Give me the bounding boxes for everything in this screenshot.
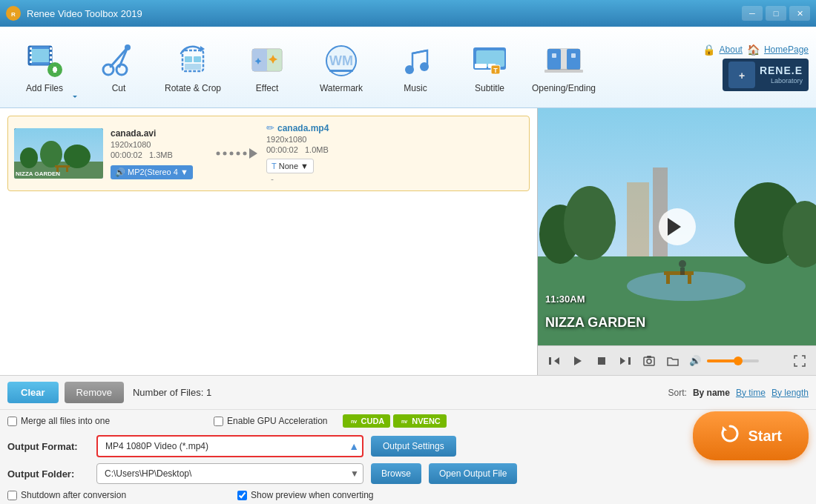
svg-rect-9 <box>30 61 32 63</box>
svg-rect-8 <box>30 56 32 59</box>
svg-rect-44 <box>567 49 580 70</box>
opening-ending-button[interactable]: Opening/Ending <box>527 30 601 105</box>
svg-point-64 <box>243 152 247 156</box>
arrow-separator <box>214 142 259 165</box>
about-link[interactable]: About <box>720 44 743 55</box>
app-title: Renee Video Toolbox 2019 <box>27 8 742 19</box>
add-files-label: Add Files <box>26 83 63 93</box>
home-icon: 🏠 <box>747 44 760 56</box>
stop-button[interactable] <box>591 351 612 371</box>
bottom-row5: Shutdown after conversion Show preview w… <box>0 487 816 504</box>
subtitle-button[interactable]: T Subtitle <box>453 30 527 105</box>
audio-track-select[interactable]: 🔊 MP2(Stereo 4 ▼ <box>111 165 193 179</box>
output-edit-icon: ✏ <box>266 122 274 133</box>
fullscreen-button[interactable] <box>789 351 810 371</box>
show-preview-label: Show preview when converting <box>251 490 373 500</box>
output-settings-button[interactable]: Output Settings <box>371 436 456 457</box>
cut-button[interactable]: Cut <box>82 30 156 105</box>
homepage-link[interactable]: HomePage <box>764 44 809 55</box>
window-controls: ─ □ ✕ <box>742 6 810 21</box>
effect-button[interactable]: Effect <box>230 30 304 105</box>
close-button[interactable]: ✕ <box>789 6 810 21</box>
svg-line-35 <box>412 50 427 53</box>
title-bar: R Renee Video Toolbox 2019 ─ □ ✕ <box>0 0 816 27</box>
svg-point-54 <box>20 147 38 168</box>
opening-ending-label: Opening/Ending <box>532 83 596 93</box>
preview-play-button[interactable] <box>659 208 696 245</box>
show-preview-checkbox[interactable] <box>237 491 247 500</box>
svg-marker-93 <box>723 426 727 431</box>
show-preview-checkbox-label[interactable]: Show preview when converting <box>237 490 373 500</box>
gpu-accel-label: Enable GPU Acceleration <box>227 416 327 426</box>
input-duration-size: 00:00:02 1.3MB <box>111 150 207 159</box>
open-output-button[interactable]: Open Output File <box>429 463 517 484</box>
watermark-button[interactable]: WM Watermark <box>304 30 378 105</box>
subtitle-value: None <box>279 162 298 170</box>
rotate-crop-button[interactable]: Rotate & Crop <box>156 30 230 105</box>
svg-point-18 <box>116 64 127 75</box>
music-button[interactable]: Music <box>378 30 453 105</box>
svg-rect-45 <box>561 49 567 70</box>
browse-button[interactable]: Browse <box>371 463 421 484</box>
svg-rect-70 <box>627 182 649 256</box>
output-resolution: 1920x1080 <box>266 135 523 144</box>
preview-time-overlay: 11:30AM <box>545 294 585 305</box>
svg-text:nv: nv <box>350 419 356 424</box>
maximize-button[interactable]: □ <box>766 6 786 21</box>
gpu-accel-checkbox[interactable] <box>214 417 223 426</box>
sort-by-name-button[interactable]: By name <box>693 388 730 398</box>
audio-icon: 🔊 <box>115 168 125 177</box>
screenshot-button[interactable] <box>639 351 659 371</box>
add-files-dropdown-arrow <box>73 96 77 100</box>
svg-point-63 <box>237 152 240 156</box>
skip-forward-button[interactable] <box>615 351 636 371</box>
rene-logo-text: RENE.E Laboratory <box>760 64 803 86</box>
input-file-info: canada.avi 1920x1080 00:00:02 1.3MB 🔊 MP… <box>111 128 207 179</box>
subtitle-dropdown-arrow: ▼ <box>300 162 309 170</box>
svg-point-60 <box>217 152 220 156</box>
video-preview: 11:30AM NIZZA GARDEN <box>538 108 816 345</box>
svg-rect-13 <box>50 61 52 63</box>
minimize-button[interactable]: ─ <box>742 6 763 21</box>
input-resolution: 1920x1080 <box>111 140 207 149</box>
svg-point-21 <box>125 44 131 50</box>
subtitle-select-button[interactable]: T None ▼ <box>266 159 314 173</box>
sort-by-time-button[interactable]: By time <box>736 388 766 398</box>
clear-button[interactable]: Clear <box>7 382 59 403</box>
svg-rect-26 <box>185 64 201 70</box>
start-icon <box>720 423 740 448</box>
volume-slider[interactable] <box>707 359 759 362</box>
sort-by-length-button[interactable]: By length <box>771 388 809 398</box>
svg-marker-84 <box>620 357 625 365</box>
start-button[interactable]: Start <box>693 411 809 460</box>
thumb-overlay-text: NIZZA GARDEN <box>16 170 60 177</box>
svg-rect-83 <box>598 357 605 365</box>
file-thumbnail: NIZZA GARDEN <box>14 128 103 179</box>
output-format-select[interactable]: MP4 1080P Video (*.mp4) <box>96 435 363 457</box>
svg-rect-32 <box>329 70 353 72</box>
svg-point-56 <box>64 145 91 168</box>
gpu-accel-checkbox-label[interactable]: Enable GPU Acceleration <box>214 416 327 426</box>
music-icon <box>396 42 435 80</box>
svg-rect-12 <box>50 56 52 59</box>
svg-marker-80 <box>554 357 559 365</box>
remove-button[interactable]: Remove <box>65 382 124 403</box>
folder-button[interactable] <box>662 351 683 371</box>
bottom-row1: Clear Remove Number of Files: 1 Sort: By… <box>0 376 816 410</box>
add-files-button[interactable]: Add Files <box>7 30 82 105</box>
play-pause-button[interactable] <box>567 351 588 371</box>
about-icon: 🔒 <box>703 44 715 56</box>
shutdown-checkbox-label[interactable]: Shutdown after conversion <box>7 490 126 500</box>
shutdown-checkbox[interactable] <box>7 491 17 500</box>
preview-area: 11:30AM NIZZA GARDEN 🔊 <box>538 108 816 375</box>
toolbar: Add Files Cut Rotate <box>0 27 816 108</box>
svg-rect-6 <box>30 47 32 50</box>
merge-files-checkbox-label[interactable]: Merge all files into one <box>7 416 110 426</box>
effect-icon <box>248 42 286 80</box>
skip-back-button[interactable] <box>544 351 565 371</box>
output-folder-select[interactable]: C:\Users\HP\Desktop\ <box>96 463 363 484</box>
merge-files-checkbox[interactable] <box>7 417 17 426</box>
svg-rect-85 <box>628 357 631 365</box>
subtitle-icon: T <box>470 42 509 80</box>
svg-line-19 <box>111 47 128 67</box>
